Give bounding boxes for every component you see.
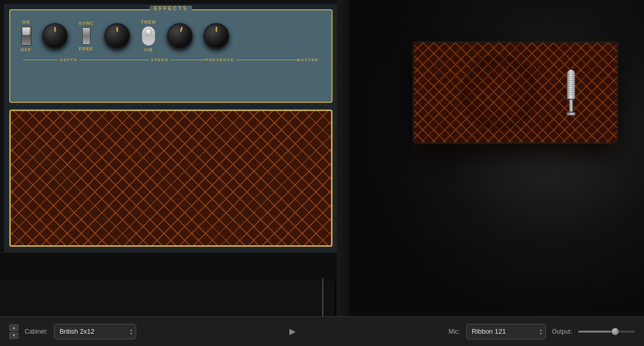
trem-vib-toggle[interactable] xyxy=(142,26,155,46)
speaker-circle-right xyxy=(461,54,538,131)
output-slider-thumb[interactable] xyxy=(612,328,619,335)
play-button[interactable]: ▶ xyxy=(286,325,299,338)
presence-knob[interactable] xyxy=(167,23,193,49)
cabinet-right xyxy=(413,41,618,144)
cabinet-select-wrapper: British 2x12 American 1x12 British 4x12 … xyxy=(54,324,136,339)
depth-knob-group xyxy=(42,23,68,49)
trem-vib-group: TREM VIB xyxy=(141,20,156,52)
mic-base xyxy=(566,112,576,116)
cabinet-stepper[interactable]: ▲ ▼ xyxy=(9,324,19,339)
speed-bottom-label: SPEED xyxy=(114,58,205,62)
amp-face: EFFECTS ON OFF xyxy=(4,4,338,252)
mic-head xyxy=(567,69,575,99)
effects-panel: EFFECTS ON OFF xyxy=(9,9,333,103)
speaker-grille xyxy=(9,110,333,247)
bottom-labels-row: DEPTH SPEED PRESENCE MASTER xyxy=(21,58,321,62)
presence-knob-group xyxy=(167,23,193,49)
output-slider-fill xyxy=(578,331,615,333)
trem-label: TREM xyxy=(141,20,156,25)
cabinet-label: Cabinet: xyxy=(25,328,48,335)
master-knob-group xyxy=(204,23,229,49)
sync-group: SYNC FREE xyxy=(79,21,94,51)
amp-body: EFFECTS ON OFF xyxy=(0,0,342,280)
grille-pattern xyxy=(11,111,331,245)
toolbar: ▲ ▼ Cabinet: British 2x12 American 1x12 … xyxy=(0,316,644,346)
amp-leather-strip xyxy=(0,252,342,280)
vib-label: VIB xyxy=(144,47,153,52)
mic-position-line xyxy=(322,278,323,316)
depth-bottom-label: DEPTH xyxy=(23,58,114,62)
cabinet-grille-right xyxy=(414,43,617,142)
speed-knob-group xyxy=(104,23,130,49)
effects-label: EFFECTS xyxy=(150,6,192,11)
cabinet-reflection xyxy=(413,144,618,165)
presence-bottom-label: PRESENCE xyxy=(206,58,297,62)
mic-neck xyxy=(569,99,573,112)
mic-select-wrapper: Ribbon 121 Condenser 67 Dynamic 57 Conde… xyxy=(466,324,546,339)
output-label: Output: xyxy=(552,328,572,335)
master-knob[interactable] xyxy=(204,23,229,49)
microphone[interactable] xyxy=(566,69,576,116)
on-off-toggle[interactable] xyxy=(21,26,31,46)
cabinet-down-arrow[interactable]: ▼ xyxy=(9,332,19,339)
sync-toggle[interactable] xyxy=(82,27,90,45)
controls-row: ON OFF SYNC FREE xyxy=(21,20,321,52)
free-label: FREE xyxy=(79,46,94,51)
mic-select[interactable]: Ribbon 121 Condenser 67 Dynamic 57 Conde… xyxy=(466,324,546,339)
mic-label: Mic: xyxy=(449,328,460,335)
output-slider-track[interactable] xyxy=(578,331,635,333)
on-off-switch-group: ON OFF xyxy=(21,20,31,52)
amp-side-connector xyxy=(337,0,349,316)
cabinet-select[interactable]: British 2x12 American 1x12 British 4x12 … xyxy=(54,324,136,339)
off-label: OFF xyxy=(21,47,31,52)
on-label: ON xyxy=(22,20,30,25)
speed-knob[interactable] xyxy=(104,23,130,49)
sync-label: SYNC xyxy=(79,21,94,26)
depth-knob[interactable] xyxy=(42,23,68,49)
master-bottom-label: MASTER xyxy=(297,58,319,62)
cabinet-up-arrow[interactable]: ▲ xyxy=(9,324,19,331)
